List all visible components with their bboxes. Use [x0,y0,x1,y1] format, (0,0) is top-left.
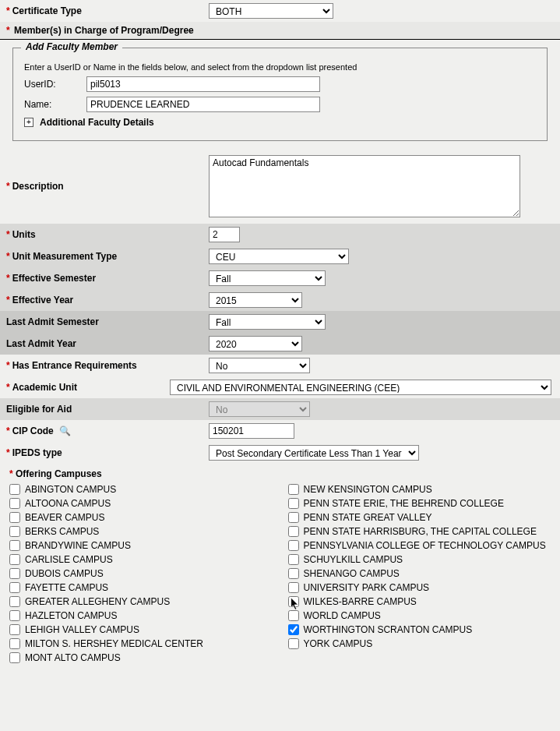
campus-checkbox[interactable] [9,568,20,579]
campus-label: PENN STATE HARRISBURG, THE CAPITAL COLLE… [304,526,537,537]
campus-checkbox[interactable] [9,582,20,593]
campus-checkbox[interactable] [288,638,299,649]
unit-measurement-label: Unit Measurement Type [12,251,117,262]
last-admit-year-select[interactable]: 2020 [209,336,302,351]
add-faculty-fieldset: Add Faculty Member Enter a UserID or Nam… [12,48,548,141]
required-icon: * [6,426,10,436]
campus-checkbox[interactable] [288,596,299,607]
campus-label: YORK CAMPUS [304,638,373,649]
description-textarea[interactable]: Autocad Fundamentals [209,155,520,217]
campus-label: HAZLETON CAMPUS [25,610,117,621]
campus-checkbox[interactable] [288,582,299,593]
campus-label: SCHUYLKILL CAMPUS [304,554,403,565]
campus-item: CARLISLE CAMPUS [9,554,273,565]
campus-checkbox[interactable] [9,540,20,551]
campus-label: WORTHINGTON SCRANTON CAMPUS [304,624,473,635]
members-header: * Member(s) in Charge of Program/Degree [0,22,560,40]
userid-input[interactable] [86,76,320,92]
campus-checkbox[interactable] [9,610,20,621]
entrance-req-label: Has Entrance Requirements [12,360,137,371]
campus-label: BEAVER CAMPUS [25,512,104,523]
campus-checkbox[interactable] [288,526,299,537]
campus-item: WORTHINGTON SCRANTON CAMPUS [288,624,551,635]
campus-checkbox[interactable] [288,610,299,621]
required-icon: * [9,468,13,479]
campus-label: UNIVERSITY PARK CAMPUS [304,582,430,593]
campus-checkbox[interactable] [288,484,299,495]
effective-semester-row: * Effective Semester Fall [0,267,560,289]
ipeds-row: * IPEDS type Post Secondary Certificate … [0,442,560,464]
campus-label: DUBOIS CAMPUS [25,568,104,579]
entrance-req-select[interactable]: No [209,358,310,373]
campus-label: BERKS CAMPUS [25,526,99,537]
campus-item: SCHUYLKILL CAMPUS [288,554,551,565]
campus-checkbox[interactable] [288,498,299,509]
units-label: Units [12,229,36,240]
campus-label: WORLD CAMPUS [304,610,381,621]
campus-item: SHENANGO CAMPUS [288,568,551,579]
expand-icon[interactable]: + [24,118,33,127]
unit-measurement-select[interactable]: CEU [209,249,349,264]
effective-semester-select[interactable]: Fall [209,270,326,286]
certificate-type-label-text: Certificate Type [12,5,82,16]
required-icon: * [6,273,10,284]
campus-checkbox[interactable] [9,596,20,607]
campus-item: MILTON S. HERSHEY MEDICAL CENTER [9,638,273,649]
campus-checkbox[interactable] [9,484,20,495]
campus-label: PENN STATE GREAT VALLEY [304,512,432,523]
required-icon: * [6,181,10,192]
eligible-aid-row: Eligible for Aid No [0,398,560,420]
campus-label: PENNSYLVANIA COLLEGE OF TECHNOLOGY CAMPU… [304,540,546,551]
campus-checkbox[interactable] [288,568,299,579]
campus-checkbox[interactable] [9,498,20,509]
campus-item: ABINGTON CAMPUS [9,484,273,495]
name-input[interactable] [86,97,320,112]
description-row: * Description Autocad Fundamentals [0,149,560,224]
required-icon: * [6,382,10,393]
effective-year-select[interactable]: 2015 [209,292,302,308]
certificate-type-label: * Certificate Type [6,5,209,16]
campus-checkbox[interactable] [9,512,20,523]
campus-checkbox[interactable] [288,554,299,565]
campus-item: GREATER ALLEGHENY CAMPUS [9,596,273,607]
add-faculty-legend: Add Faculty Member [21,41,122,52]
campus-label: ABINGTON CAMPUS [25,484,116,495]
campus-checkbox[interactable] [9,638,20,649]
units-input[interactable] [209,227,240,242]
required-icon: * [6,447,10,458]
last-admit-semester-select[interactable]: Fall [209,314,326,330]
campus-item: BEAVER CAMPUS [9,512,273,523]
academic-unit-row: * Academic Unit CIVIL AND ENVIRONMENTAL … [0,376,560,398]
campus-checkbox[interactable] [288,512,299,523]
cip-code-input[interactable] [209,423,294,439]
effective-year-row: * Effective Year 2015 [0,289,560,311]
eligible-aid-label: Eligible for Aid [6,404,72,415]
offering-campuses-section: * Offering Campuses ABINGTON CAMPUSNEW K… [0,464,560,668]
campus-checkbox[interactable] [9,554,20,565]
unit-measurement-row: * Unit Measurement Type CEU [0,245,560,267]
campus-item: WORLD CAMPUS [288,610,551,621]
members-header-text: Member(s) in Charge of Program/Degree [14,25,194,36]
campus-label: NEW KENSINGTON CAMPUS [304,484,432,495]
campus-label: CARLISLE CAMPUS [25,554,113,565]
ipeds-select[interactable]: Post Secondary Certificate Less Than 1 Y… [209,445,419,461]
campus-item: LEHIGH VALLEY CAMPUS [9,624,273,635]
campus-checkbox[interactable] [288,624,299,635]
effective-semester-label: Effective Semester [12,273,96,284]
certificate-type-select[interactable]: BOTH [209,3,333,19]
academic-unit-label: Academic Unit [12,382,77,393]
required-icon: * [6,229,10,240]
campus-item: PENN STATE GREAT VALLEY [288,512,551,523]
campus-checkbox[interactable] [9,652,20,663]
search-icon[interactable]: 🔍 [59,426,71,436]
campus-item: BERKS CAMPUS [9,526,273,537]
offering-campuses-header-text: Offering Campuses [16,468,102,479]
ipeds-label: IPEDS type [12,447,62,458]
units-row: * Units [0,224,560,245]
name-label: Name: [24,99,86,110]
description-label: Description [12,181,64,192]
campus-checkbox[interactable] [288,540,299,551]
campus-checkbox[interactable] [9,624,20,635]
academic-unit-select[interactable]: CIVIL AND ENVIRONMENTAL ENGINEERING (CEE… [170,380,551,395]
campus-checkbox[interactable] [9,526,20,537]
